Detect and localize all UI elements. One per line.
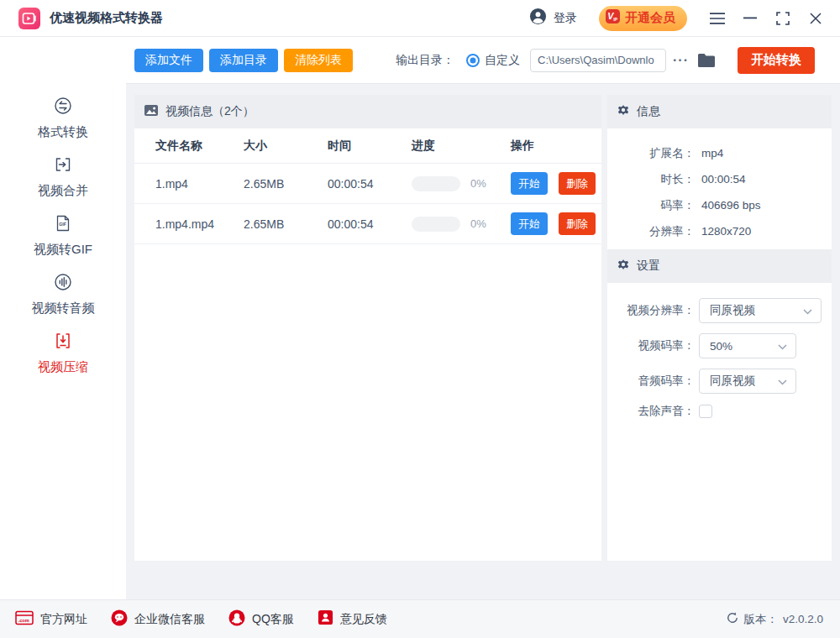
- info-settings-panel: 信息 扩展名： mp4 时长： 00:00:54 码率： 406696 bps …: [607, 95, 832, 561]
- link-label: 官方网址: [40, 612, 87, 627]
- vip-label: 开通会员: [625, 10, 675, 26]
- info-value: 00:00:54: [701, 173, 746, 186]
- progress-bar: [412, 176, 460, 191]
- add-file-button[interactable]: 添加文件: [134, 49, 203, 72]
- link-label: 企业微信客服: [134, 612, 205, 627]
- file-name: 1.mp4: [155, 177, 244, 191]
- start-button[interactable]: 开始: [511, 172, 548, 195]
- clear-list-button[interactable]: 清除列表: [284, 49, 353, 72]
- version-label: 版本：: [743, 612, 778, 627]
- open-vip-button[interactable]: VIP 开通会员: [599, 6, 687, 31]
- format-convert-icon: [53, 96, 73, 119]
- audio-bitrate-value: 同原视频: [710, 374, 755, 389]
- video-to-audio-icon: [53, 272, 73, 295]
- svg-text:IP: IP: [613, 17, 617, 22]
- website-icon: .com: [15, 610, 34, 629]
- info-row-bitrate: 码率： 406696 bps: [607, 192, 832, 218]
- info-value: mp4: [701, 147, 723, 160]
- col-time: 时间: [328, 139, 412, 154]
- info-title: 信息: [637, 104, 660, 119]
- menu-icon[interactable]: [709, 7, 726, 30]
- wechat-service-link[interactable]: 企业微信客服: [111, 609, 205, 630]
- table-row: 1.mp4.mp4 2.65MB 00:00:54 0% 开始 删除: [134, 204, 601, 244]
- delete-button[interactable]: 删除: [559, 212, 596, 235]
- app-title: 优速视频格式转换器: [50, 10, 163, 26]
- sidebar-item-label: 视频合并: [38, 183, 88, 199]
- setting-label: 视频分辨率：: [607, 303, 695, 318]
- custom-radio[interactable]: [466, 54, 480, 67]
- vip-icon: VIP: [606, 9, 620, 27]
- progress-percent: 0%: [470, 177, 486, 190]
- sidebar-item-label: 视频转GIF: [34, 242, 92, 258]
- resolution-select[interactable]: 同原视频: [699, 298, 822, 323]
- titlebar: 优速视频格式转换器 登录 VIP 开通会员: [0, 0, 840, 37]
- maximize-icon[interactable]: [774, 7, 791, 30]
- sidebar-item-video-to-audio[interactable]: 视频转音频: [32, 272, 95, 316]
- official-website-link[interactable]: .com 官方网址: [15, 610, 87, 629]
- info-label: 扩展名：: [607, 146, 695, 161]
- video-bitrate-select[interactable]: 50%: [699, 333, 796, 358]
- feedback-icon: [318, 609, 333, 629]
- sidebar: 格式转换 视频合并 GIF 视频转GIF 视频转音频 视频压缩: [0, 37, 126, 599]
- minimize-icon[interactable]: [742, 7, 759, 30]
- link-label: QQ客服: [252, 612, 294, 627]
- sidebar-item-format-convert[interactable]: 格式转换: [38, 96, 88, 140]
- sidebar-item-label: 视频转音频: [32, 301, 95, 316]
- add-directory-button[interactable]: 添加目录: [209, 49, 278, 72]
- video-list-panel: 视频信息（2个） 文件名称 大小 时间 进度 操作 1.mp4 2.65MB 0…: [134, 95, 601, 561]
- close-icon[interactable]: [807, 7, 824, 30]
- version-value: v2.0.2.0: [783, 613, 823, 625]
- svg-text:.com: .com: [18, 617, 29, 622]
- feedback-link[interactable]: 意见反馈: [318, 609, 387, 629]
- col-progress: 进度: [412, 139, 511, 154]
- delete-button[interactable]: 删除: [559, 172, 596, 195]
- qq-service-link[interactable]: QQ客服: [228, 609, 294, 630]
- svg-text:GIF: GIF: [59, 222, 66, 227]
- setting-label: 音频码率：: [607, 374, 695, 389]
- login-button[interactable]: 登录: [529, 8, 577, 29]
- setting-label: 视频码率：: [607, 338, 695, 353]
- info-header: 信息: [607, 95, 832, 128]
- sidebar-item-video-compress[interactable]: 视频压缩: [38, 331, 88, 375]
- chevron-down-icon: [778, 340, 787, 353]
- gear-icon: [617, 259, 629, 274]
- version-info: 版本： v2.0.2.0: [727, 612, 823, 627]
- file-size: 2.65MB: [244, 217, 328, 231]
- browse-more-button[interactable]: ···: [673, 53, 689, 68]
- sidebar-item-video-to-gif[interactable]: GIF 视频转GIF: [34, 213, 92, 258]
- info-value: 1280x720: [701, 225, 751, 238]
- audio-bitrate-select[interactable]: 同原视频: [699, 369, 796, 394]
- update-icon[interactable]: [727, 612, 738, 626]
- file-size: 2.65MB: [244, 177, 328, 191]
- chevron-down-icon: [778, 375, 787, 388]
- output-path-input[interactable]: [530, 49, 666, 72]
- info-row-resolution: 分辨率： 1280x720: [607, 218, 832, 244]
- chevron-down-icon: [803, 305, 812, 317]
- settings-header: 设置: [607, 249, 832, 283]
- custom-radio-label: 自定义: [485, 53, 520, 68]
- col-filename: 文件名称: [155, 139, 244, 154]
- output-dir-label: 输出目录：: [396, 53, 454, 68]
- video-bitrate-value: 50%: [710, 340, 732, 353]
- video-list-header: 视频信息（2个）: [134, 95, 601, 128]
- start-button[interactable]: 开始: [511, 212, 548, 235]
- user-icon: [529, 8, 547, 29]
- link-label: 意见反馈: [340, 612, 387, 627]
- video-info-icon: [144, 104, 158, 119]
- file-time: 00:00:54: [328, 217, 412, 231]
- setting-mute: 去除声音：: [607, 404, 832, 419]
- table-row: 1.mp4 2.65MB 00:00:54 0% 开始 删除: [134, 164, 601, 204]
- open-folder-icon[interactable]: [697, 53, 716, 68]
- col-size: 大小: [244, 139, 328, 154]
- info-row-duration: 时长： 00:00:54: [607, 166, 832, 192]
- start-convert-button[interactable]: 开始转换: [738, 47, 815, 74]
- mute-checkbox[interactable]: [699, 405, 712, 418]
- setting-label: 去除声音：: [607, 404, 695, 419]
- sidebar-item-label: 视频压缩: [38, 359, 88, 375]
- sidebar-item-video-merge[interactable]: 视频合并: [38, 154, 88, 199]
- progress-bar: [412, 217, 460, 232]
- gear-icon: [617, 104, 629, 119]
- settings-title: 设置: [637, 259, 660, 274]
- col-operation: 操作: [511, 139, 601, 154]
- qq-icon: [228, 609, 245, 630]
